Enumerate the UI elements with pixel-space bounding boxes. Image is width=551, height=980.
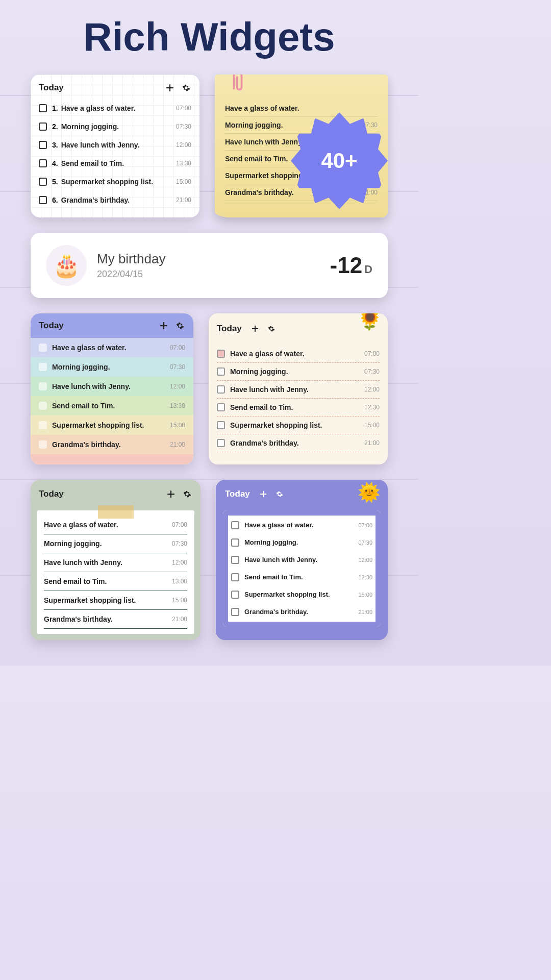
- checkbox[interactable]: [39, 141, 47, 149]
- task-time: 12:00: [176, 141, 191, 149]
- task-time: 07:30: [176, 123, 191, 130]
- task-item[interactable]: Have a glass of water.07:00: [31, 338, 193, 357]
- task-time: 12:00: [172, 559, 187, 566]
- task-text: Have a glass of water.: [61, 104, 176, 112]
- checkbox[interactable]: [39, 178, 47, 186]
- add-icon[interactable]: [250, 324, 260, 334]
- task-item[interactable]: Morning jogging.07:30: [44, 534, 187, 553]
- widget-rainbow-todo[interactable]: Today Have a glass of water.07:00Morning…: [31, 313, 193, 464]
- checkbox[interactable]: [39, 440, 47, 449]
- checkbox[interactable]: [217, 385, 225, 394]
- task-item[interactable]: Supermarket shopping list.15:00: [231, 586, 372, 603]
- add-icon[interactable]: [258, 489, 268, 499]
- task-text: Send email to Tim.: [61, 159, 176, 167]
- checkbox[interactable]: [231, 591, 239, 599]
- gear-icon[interactable]: [274, 489, 285, 499]
- task-item[interactable]: Have lunch with Jenny.12:00: [231, 551, 372, 569]
- widget-title: Today: [217, 324, 242, 334]
- checkbox[interactable]: [217, 368, 225, 376]
- checkbox[interactable]: [39, 344, 47, 352]
- task-item[interactable]: 3.Have lunch with Jenny.12:00: [39, 136, 191, 154]
- task-text: Have a glass of water.: [244, 521, 358, 529]
- task-text: Send email to Tim.: [44, 577, 172, 585]
- task-list: Have a glass of water.07:00Morning joggi…: [217, 345, 380, 452]
- checkbox[interactable]: [231, 521, 239, 529]
- add-icon[interactable]: [165, 83, 175, 93]
- checkbox[interactable]: [231, 538, 239, 547]
- task-text: Grandma's brithday.: [230, 439, 364, 447]
- task-number: 1.: [52, 104, 58, 112]
- task-time: 21:00: [364, 439, 380, 447]
- task-item[interactable]: Grandma's birthday.21:00: [44, 610, 187, 629]
- checkbox[interactable]: [217, 439, 225, 447]
- checkbox[interactable]: [217, 421, 225, 429]
- gear-icon[interactable]: [181, 83, 191, 93]
- add-icon[interactable]: [159, 321, 169, 331]
- task-text: Morning jogging.: [44, 540, 172, 548]
- task-item[interactable]: Have lunch with Jenny.12:00: [44, 553, 187, 572]
- task-item[interactable]: Morning jogging.07:30: [217, 363, 380, 381]
- task-text: Morning jogging.: [244, 538, 358, 546]
- checkbox[interactable]: [217, 350, 225, 358]
- task-time: 15:00: [170, 422, 185, 429]
- checkbox[interactable]: [231, 573, 239, 581]
- checkbox[interactable]: [39, 104, 47, 112]
- task-item[interactable]: 4.Send email to Tim.13:30: [39, 154, 191, 173]
- task-text: Grandma's brithday.: [244, 608, 358, 616]
- task-time: 13:30: [176, 160, 191, 167]
- task-item[interactable]: 6.Grandma's birthday.21:00: [39, 191, 191, 209]
- widget-countdown[interactable]: 🎂 My birthday 2022/04/15 -12D: [31, 233, 388, 298]
- checkbox[interactable]: [39, 421, 47, 429]
- gear-icon[interactable]: [182, 489, 192, 499]
- task-text: Have lunch with Jenny.: [44, 558, 172, 567]
- task-item[interactable]: Supermarket shopping list.15:00: [31, 415, 193, 435]
- widget-flower-todo[interactable]: 🌻 Today Have a glass of water.07:00Morni…: [209, 313, 388, 464]
- task-text: Have a glass of water.: [225, 104, 378, 112]
- task-item[interactable]: Morning jogging.07:30: [31, 357, 193, 377]
- checkbox[interactable]: [217, 403, 225, 411]
- widget-green-todo[interactable]: Today Have a glass of water.07:00Morning…: [31, 480, 201, 640]
- gear-icon[interactable]: [266, 324, 277, 334]
- task-number: 4.: [52, 159, 58, 167]
- task-text: Morning jogging.: [61, 122, 176, 131]
- task-item[interactable]: Send email to Tim.12:30: [217, 399, 380, 416]
- checkbox[interactable]: [39, 363, 47, 371]
- checkbox[interactable]: [39, 122, 47, 131]
- task-item[interactable]: Send email to Tim.13:00: [44, 572, 187, 591]
- task-text: Have lunch with Jenny.: [61, 141, 176, 149]
- task-item[interactable]: 5.Supermarket shopping list.15:00: [39, 173, 191, 191]
- task-item[interactable]: Have a glass of water.: [225, 100, 378, 117]
- task-item[interactable]: Morning jogging.07:30: [231, 534, 372, 551]
- task-item[interactable]: Supermarket shopping list.15:00: [44, 591, 187, 610]
- task-item[interactable]: Grandma's brithday.21:00: [217, 434, 380, 452]
- task-text: Supermarket shopping list.: [52, 421, 170, 429]
- task-text: Grandma's birthday.: [61, 196, 176, 204]
- task-item[interactable]: Supermarket shopping list.15:00: [217, 416, 380, 434]
- countdown-date: 2022/04/15: [97, 269, 320, 280]
- checkbox[interactable]: [231, 556, 239, 564]
- task-item[interactable]: Grandma's brithday.21:00: [231, 603, 372, 621]
- checkbox[interactable]: [231, 608, 239, 616]
- checkbox[interactable]: [39, 402, 47, 410]
- task-item[interactable]: Send email to Tim.12:30: [231, 569, 372, 586]
- task-item[interactable]: Have lunch with Jenny.12:00: [31, 377, 193, 396]
- checkbox[interactable]: [39, 196, 47, 204]
- task-item[interactable]: Have a glass of water.07:00: [217, 345, 380, 363]
- widget-title: Today: [39, 321, 64, 331]
- sun-icon: 🌞: [358, 482, 381, 503]
- checkbox[interactable]: [39, 382, 47, 390]
- widget-purple-todo[interactable]: 🌞 Today Have a glass of water.07:00Morni…: [216, 480, 388, 640]
- widget-grid-todo[interactable]: Today 1.Have a glass of water.07:002.Mor…: [31, 75, 199, 217]
- task-item[interactable]: 1.Have a glass of water.07:00: [39, 99, 191, 117]
- task-item[interactable]: Have lunch with Jenny.12:00: [217, 381, 380, 399]
- task-text: Send email to Tim.: [244, 573, 358, 581]
- task-time: 21:00: [172, 616, 187, 623]
- task-item[interactable]: Grandma's birthday.21:00: [31, 435, 193, 454]
- add-icon[interactable]: [166, 489, 176, 499]
- task-item[interactable]: 2.Morning jogging.07:30: [39, 117, 191, 136]
- task-text: Send email to Tim.: [52, 402, 170, 410]
- checkbox[interactable]: [39, 159, 47, 167]
- task-item[interactable]: Have a glass of water.07:00: [231, 517, 372, 534]
- task-item[interactable]: Send email to Tim.13:30: [31, 396, 193, 415]
- gear-icon[interactable]: [175, 321, 185, 331]
